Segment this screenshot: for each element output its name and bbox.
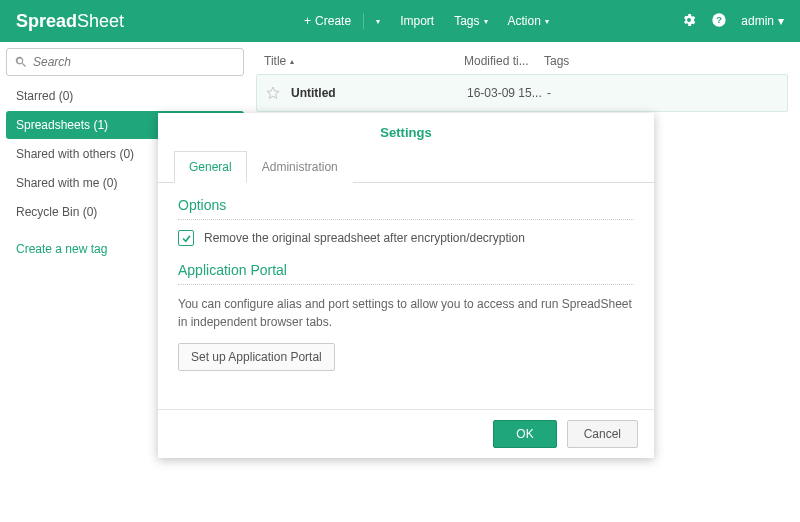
create-tag-label: Create a new tag bbox=[16, 242, 107, 256]
app-title: SpreadSheet bbox=[16, 11, 124, 32]
import-button[interactable]: Import bbox=[390, 6, 444, 36]
col-title-label: Title bbox=[264, 54, 286, 68]
remove-original-row[interactable]: Remove the original spreadsheet after en… bbox=[178, 230, 634, 246]
top-toolbar: SpreadSheet + Create ▾ Import Tags▾ Acti… bbox=[0, 0, 800, 42]
settings-modal: Settings General Administration Options … bbox=[158, 113, 654, 458]
tab-general-label: General bbox=[189, 160, 232, 174]
sort-asc-icon: ▴ bbox=[290, 57, 294, 66]
tab-general[interactable]: General bbox=[174, 151, 247, 183]
ok-button[interactable]: OK bbox=[493, 420, 556, 448]
search-wrap bbox=[6, 48, 244, 76]
svg-text:?: ? bbox=[716, 15, 722, 25]
portal-description: You can configure alias and port setting… bbox=[178, 295, 634, 331]
sidebar-item-label: Shared with me (0) bbox=[16, 176, 117, 190]
action-label: Action bbox=[508, 14, 541, 28]
caret-down-icon: ▾ bbox=[778, 14, 784, 28]
tab-administration[interactable]: Administration bbox=[247, 151, 353, 183]
list-row[interactable]: Untitled 16-03-09 15... - bbox=[256, 74, 788, 112]
tab-admin-label: Administration bbox=[262, 160, 338, 174]
divider bbox=[363, 13, 364, 29]
search-input[interactable] bbox=[6, 48, 244, 76]
section-divider bbox=[178, 219, 634, 220]
sidebar-item-starred[interactable]: Starred (0) bbox=[6, 82, 244, 110]
checkbox-checked-icon[interactable] bbox=[178, 230, 194, 246]
row-tags: - bbox=[547, 86, 779, 100]
modal-footer: OK Cancel bbox=[158, 409, 654, 458]
ok-label: OK bbox=[516, 427, 533, 441]
help-icon[interactable]: ? bbox=[711, 12, 727, 31]
cancel-button[interactable]: Cancel bbox=[567, 420, 638, 448]
user-name: admin bbox=[741, 14, 774, 28]
gear-icon[interactable] bbox=[681, 12, 697, 31]
modal-title: Settings bbox=[158, 113, 654, 150]
modal-tabs: General Administration bbox=[158, 150, 654, 183]
setup-portal-button[interactable]: Set up Application Portal bbox=[178, 343, 335, 371]
sidebar-item-label: Shared with others (0) bbox=[16, 147, 134, 161]
sidebar-item-label: Recycle Bin (0) bbox=[16, 205, 97, 219]
toolbar-right: ? admin ▾ bbox=[681, 12, 784, 31]
sidebar-item-label: Starred (0) bbox=[16, 89, 73, 103]
remove-original-label: Remove the original spreadsheet after en… bbox=[204, 231, 525, 245]
caret-down-icon: ▾ bbox=[545, 17, 549, 26]
col-tags-header[interactable]: Tags bbox=[544, 54, 780, 68]
star-icon[interactable] bbox=[265, 85, 281, 101]
col-modified-header[interactable]: Modified ti... bbox=[464, 54, 544, 68]
caret-down-icon: ▾ bbox=[484, 17, 488, 26]
list-header: Title ▴ Modified ti... Tags bbox=[256, 48, 788, 74]
toolbar-actions: + Create ▾ Import Tags▾ Action▾ bbox=[294, 6, 559, 36]
app-title-light: Sheet bbox=[77, 11, 124, 31]
user-menu[interactable]: admin ▾ bbox=[741, 14, 784, 28]
portal-heading: Application Portal bbox=[178, 262, 634, 278]
plus-icon: + bbox=[304, 14, 311, 28]
import-label: Import bbox=[400, 14, 434, 28]
action-button[interactable]: Action▾ bbox=[498, 6, 559, 36]
search-icon bbox=[14, 55, 28, 69]
setup-portal-label: Set up Application Portal bbox=[191, 350, 322, 364]
row-title: Untitled bbox=[291, 86, 467, 100]
create-button[interactable]: + Create bbox=[294, 6, 361, 36]
create-dropdown[interactable]: ▾ bbox=[366, 9, 390, 34]
col-title-header[interactable]: Title ▴ bbox=[264, 54, 464, 68]
create-label: Create bbox=[315, 14, 351, 28]
col-tags-label: Tags bbox=[544, 54, 569, 68]
section-divider bbox=[178, 284, 634, 285]
cancel-label: Cancel bbox=[584, 427, 621, 441]
row-modified: 16-03-09 15... bbox=[467, 86, 547, 100]
options-heading: Options bbox=[178, 197, 634, 213]
caret-down-icon: ▾ bbox=[376, 17, 380, 26]
app-title-bold: Spread bbox=[16, 11, 77, 31]
tags-label: Tags bbox=[454, 14, 479, 28]
modal-body: Options Remove the original spreadsheet … bbox=[158, 183, 654, 379]
tags-button[interactable]: Tags▾ bbox=[444, 6, 497, 36]
col-modified-label: Modified ti... bbox=[464, 54, 529, 68]
sidebar-item-label: Spreadsheets (1) bbox=[16, 118, 108, 132]
